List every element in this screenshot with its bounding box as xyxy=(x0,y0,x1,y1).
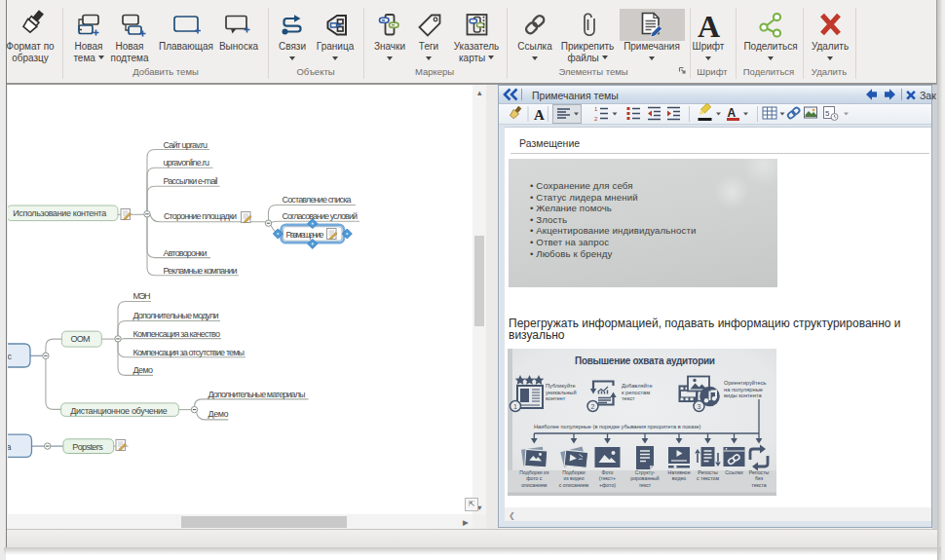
svg-text:Popsters: Popsters xyxy=(72,442,103,452)
svg-text:Сторонние площадки: Сторонние площадки xyxy=(164,211,237,221)
svg-text:Фото: Фото xyxy=(602,469,614,475)
svg-text:рированный: рированный xyxy=(630,475,660,481)
svg-text:текста: текста xyxy=(751,482,766,488)
svg-text:а: а xyxy=(8,442,12,452)
svg-text:Сайт uprav.ru: Сайт uprav.ru xyxy=(164,140,208,150)
svg-text:Демо: Демо xyxy=(133,365,154,375)
svg-text:Дополнительные материалы: Дополнительные материалы xyxy=(208,390,306,399)
svg-text:с описанием: с описанием xyxy=(559,482,589,488)
svg-text:Составление списка: Составление списка xyxy=(283,195,352,205)
svg-text:с: с xyxy=(8,352,13,361)
svg-text:(текст+: (текст+ xyxy=(599,475,616,481)
svg-text:Добавляйте: Добавляйте xyxy=(622,383,653,389)
svg-text:Размещение: Размещение xyxy=(286,230,324,240)
svg-text:Согласование условий: Согласование условий xyxy=(283,211,359,221)
svg-text:5: 5 xyxy=(825,109,830,118)
svg-text:Рассылки e-mail: Рассылки e-mail xyxy=(164,176,218,186)
svg-text:видео: видео xyxy=(672,475,687,481)
svg-text:Демо: Демо xyxy=(208,409,229,419)
svg-text:без: без xyxy=(755,475,764,481)
svg-text:Репосты: Репосты xyxy=(749,469,770,475)
svg-text:Репосты: Репосты xyxy=(698,469,718,475)
svg-text:Дистанционное обучение: Дистанционное обучение xyxy=(70,406,168,416)
svg-text:2: 2 xyxy=(594,116,598,122)
svg-text:A: A xyxy=(534,107,545,123)
svg-text:Дополнительные модули: Дополнительные модули xyxy=(133,311,219,320)
svg-text:контент: контент xyxy=(546,395,566,401)
svg-text:Ссылки: Ссылки xyxy=(725,469,742,475)
svg-text:Публикуйте: Публикуйте xyxy=(546,383,576,389)
svg-text:с текстом: с текстом xyxy=(697,475,719,481)
svg-text:Автоворонки: Автоворонки xyxy=(164,248,208,258)
svg-text:Подборки из: Подборки из xyxy=(519,469,549,475)
svg-text:ООМ: ООМ xyxy=(70,334,90,344)
svg-text:фото с: фото с xyxy=(526,475,543,481)
svg-text:уникальный: уникальный xyxy=(546,390,577,395)
svg-text:Структу-: Структу- xyxy=(635,469,656,475)
svg-text:+фото): +фото) xyxy=(599,482,616,488)
svg-text:из видео: из видео xyxy=(563,475,584,481)
svg-text:2: 2 xyxy=(591,403,595,410)
svg-text:виды контента: виды контента xyxy=(724,392,762,398)
svg-text:1: 1 xyxy=(513,403,517,410)
svg-text:описанием: описанием xyxy=(521,482,548,488)
svg-text:Рекламные компании: Рекламные компании xyxy=(164,266,238,276)
svg-text:3: 3 xyxy=(698,403,701,410)
svg-text:Компенсация за отсутствие темы: Компенсация за отсутствие темы xyxy=(133,348,246,357)
svg-text:Использование контента: Использование контента xyxy=(13,208,106,218)
svg-text:1: 1 xyxy=(594,106,598,112)
svg-text:Компенсация за качество: Компенсация за качество xyxy=(133,329,221,339)
svg-text:A: A xyxy=(698,9,720,44)
svg-text:Повышение охвата аудитории: Повышение охвата аудитории xyxy=(575,355,715,366)
svg-text:МЭН: МЭН xyxy=(133,291,151,301)
svg-text:Нативное: Нативное xyxy=(667,469,690,475)
svg-text:upravonline.ru: upravonline.ru xyxy=(164,158,210,168)
svg-text:Подборки: Подборки xyxy=(562,469,586,475)
svg-text:Наиболее популярные (в порядке: Наиболее популярные (в порядке убывания … xyxy=(534,424,701,429)
svg-text:текст: текст xyxy=(622,395,635,401)
svg-text:на популярные: на популярные xyxy=(724,387,763,392)
svg-text:текст: текст xyxy=(639,482,652,488)
svg-text:Ориентируйтесь: Ориентируйтесь xyxy=(724,380,767,386)
svg-text:к репостам: к репостам xyxy=(622,390,650,395)
svg-text:A: A xyxy=(728,106,737,120)
